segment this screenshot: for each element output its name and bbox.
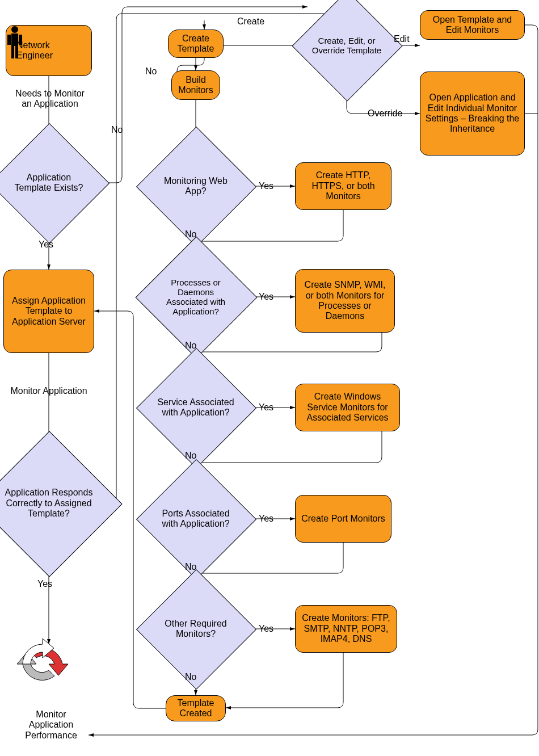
create-snmp-label: Create SNMP, WMI, or both Monitors for P… (300, 280, 390, 322)
svg-point-0 (11, 26, 18, 33)
edge-yes-web: Yes (259, 181, 273, 191)
template-created-label: Template Created (171, 698, 221, 719)
edge-yes-template-exists: Yes (39, 240, 53, 250)
actor-node: Network Engineer (6, 25, 92, 76)
open-application-label: Open Application and Edit Individual Mon… (425, 93, 520, 135)
person-icon (6, 26, 23, 60)
open-template-node: Open Template and Edit Monitors (420, 10, 525, 40)
decision-other-monitors: Other Required Monitors? (154, 587, 238, 671)
create-template-node: Create Template (168, 30, 224, 58)
open-template-label: Open Template and Edit Monitors (425, 15, 520, 36)
create-other-label: Create Monitors: FTP, SMTP, NNTP, POP3, … (300, 613, 392, 644)
svg-rect-5 (15, 46, 18, 58)
create-winservice-label: Create Windows Service Monitors for Asso… (300, 392, 395, 423)
edge-no-proc: No (185, 341, 196, 351)
decision-create-edit-override: Create, Edit, or Override Template (308, 7, 385, 84)
edge-yes-ports: Yes (259, 514, 273, 524)
svg-rect-1 (11, 33, 18, 46)
edge-needs-monitor: Needs to Monitor an Application (10, 89, 90, 109)
assign-template-node: Assign Application Template to Applicati… (3, 270, 94, 353)
decision-ports-label: Ports Associated with Application? (157, 509, 234, 530)
edge-yes-responds: Yes (37, 579, 52, 589)
edge-yes-service: Yes (259, 402, 273, 413)
decision-create-edit-override-label: Create, Edit, or Override Template (311, 36, 382, 56)
assign-template-label: Assign Application Template to Applicati… (9, 296, 89, 327)
edge-create: Create (237, 16, 264, 27)
open-application-node: Open Application and Edit Individual Mon… (420, 72, 525, 156)
edge-yes-proc: Yes (259, 292, 273, 302)
create-port-node: Create Port Monitors (295, 495, 391, 543)
cycle-icon (17, 639, 68, 680)
decision-processes-label: Processes or Daemons Associated with App… (157, 278, 235, 317)
decision-ports: Ports Associated with Application? (154, 477, 238, 561)
svg-rect-2 (7, 35, 11, 45)
decision-template-exists: Application Template Exists? (7, 141, 91, 225)
create-winservice-node: Create Windows Service Monitors for Asso… (295, 384, 400, 431)
actor-label: Network Engineer (16, 40, 87, 61)
create-http-node: Create HTTP, HTTPS, or both Monitors (295, 162, 391, 210)
create-template-label: Create Template (173, 33, 218, 54)
build-monitors-label: Build Monitors (176, 75, 215, 96)
edge-override: Override (368, 108, 402, 119)
decision-responds-correctly: Application Responds Correctly to Assign… (0, 452, 100, 555)
decision-processes: Processes or Daemons Associated with App… (153, 254, 238, 339)
edge-no-ports: No (185, 562, 196, 572)
decision-template-exists-label: Application Template Exists? (10, 173, 87, 194)
decision-monitoring-web: Monitoring Web App? (154, 144, 238, 228)
edge-no-web: No (185, 229, 196, 240)
monitor-perf-caption: Monitor Application Performance (17, 709, 85, 741)
create-snmp-node: Create SNMP, WMI, or both Monitors for P… (295, 269, 395, 333)
edge-edit: Edit (394, 34, 410, 44)
svg-rect-4 (11, 46, 14, 58)
decision-responds-correctly-label: Application Responds Correctly to Assign… (1, 488, 96, 519)
edge-no-service: No (185, 451, 196, 461)
decision-monitoring-web-label: Monitoring Web App? (157, 176, 234, 197)
create-http-label: Create HTTP, HTTPS, or both Monitors (300, 170, 386, 201)
decision-other-monitors-label: Other Required Monitors? (157, 619, 234, 640)
edge-no-responds: No (145, 66, 157, 77)
decision-service-label: Service Associated with Application? (157, 397, 234, 418)
create-port-label: Create Port Monitors (301, 514, 385, 524)
edge-monitor-application: Monitor Application (6, 386, 92, 396)
svg-rect-3 (19, 35, 22, 45)
edge-yes-other: Yes (259, 624, 273, 634)
decision-service: Service Associated with Application? (154, 366, 238, 450)
edge-no-template-exists: No (111, 125, 123, 135)
build-monitors-node: Build Monitors (171, 70, 220, 100)
create-other-node: Create Monitors: FTP, SMTP, NNTP, POP3, … (295, 605, 397, 653)
edge-no-other: No (185, 672, 196, 682)
template-created-node: Template Created (166, 695, 226, 721)
